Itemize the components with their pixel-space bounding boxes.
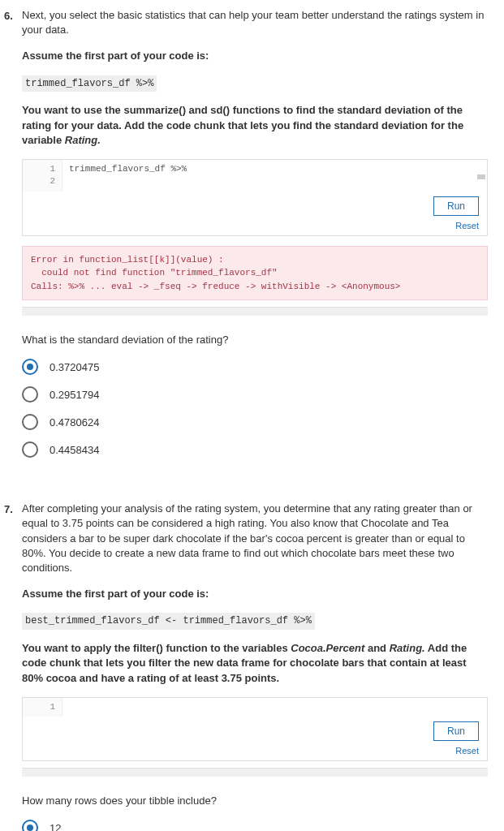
radio-icon[interactable] [22,820,38,831]
code-runner: 1 2 trimmed_flavors_df %>% Run Reset [22,159,488,236]
option-1[interactable]: 0.3720475 [22,359,488,375]
line-numbers: 1 [23,698,62,717]
line-number: 1 [23,701,55,713]
option-2[interactable]: 0.2951794 [22,386,488,403]
line-number: 2 [23,175,55,187]
reset-link[interactable]: Reset [23,217,487,235]
code-content[interactable]: trimmed_flavors_df %>% [62,160,487,192]
option-label: 0.4458434 [50,444,99,456]
radio-icon[interactable] [22,414,38,430]
scroll-indicator[interactable] [477,174,485,179]
assume-code: trimmed_flavors_df %>% [22,75,157,93]
subquestion: How many rows does your tibble include? [22,794,488,807]
question-6: 6. Next, you select the basic statistics… [4,8,488,469]
option-4[interactable]: 0.4458434 [22,441,488,458]
instruction-variable: Cocoa.Percent [291,642,364,654]
line-numbers: 1 2 [23,160,62,192]
error-output: Error in function_list[[k]](value) : cou… [22,246,488,301]
code-content[interactable] [62,698,487,717]
question-body: Next, you select the basic statistics th… [22,8,488,469]
instruction-text: and [364,642,389,654]
code-editor[interactable]: 1 2 trimmed_flavors_df %>% [23,160,487,192]
option-label: 12 [50,822,61,831]
instruction-text: You want to apply the filter() function … [22,642,291,654]
radio-icon[interactable] [22,359,38,375]
question-7: 7. After completing your analysis of the… [4,502,488,831]
radio-icon[interactable] [22,441,38,458]
option-label: 0.2951794 [50,389,99,401]
question-number: 6. [4,8,22,469]
run-button[interactable]: Run [433,721,479,741]
instruction-variable: Rating. [390,642,425,654]
output-scrollbar[interactable] [22,307,488,316]
option-label: 0.3720475 [50,361,99,373]
assume-code: best_trimmed_flavors_df <- trimmed_flavo… [22,613,315,630]
instruction: You want to apply the filter() function … [22,641,488,686]
radio-icon[interactable] [22,386,38,403]
question-number: 7. [4,502,22,831]
line-number: 1 [23,163,55,175]
question-prompt: Next, you select the basic statistics th… [22,8,488,37]
instruction-variable: Rating. [65,134,101,146]
reset-link[interactable]: Reset [23,743,487,760]
assume-label: Assume the first part of your code is: [22,587,488,601]
question-body: After completing your analysis of the ra… [22,502,488,831]
subquestion: What is the standard deviation of the ra… [22,334,488,346]
question-prompt: After completing your analysis of the ra… [22,502,488,575]
assume-label: Assume the first part of your code is: [22,49,488,63]
code-runner: 1 Run Reset [22,697,488,761]
code-editor[interactable]: 1 [23,698,487,717]
option-label: 0.4780624 [50,416,99,428]
instruction: You want to use the summarize() and sd()… [22,103,488,148]
run-button[interactable]: Run [433,196,479,216]
option-1[interactable]: 12 [22,820,488,831]
option-3[interactable]: 0.4780624 [22,414,488,430]
output-scrollbar[interactable] [22,768,488,777]
